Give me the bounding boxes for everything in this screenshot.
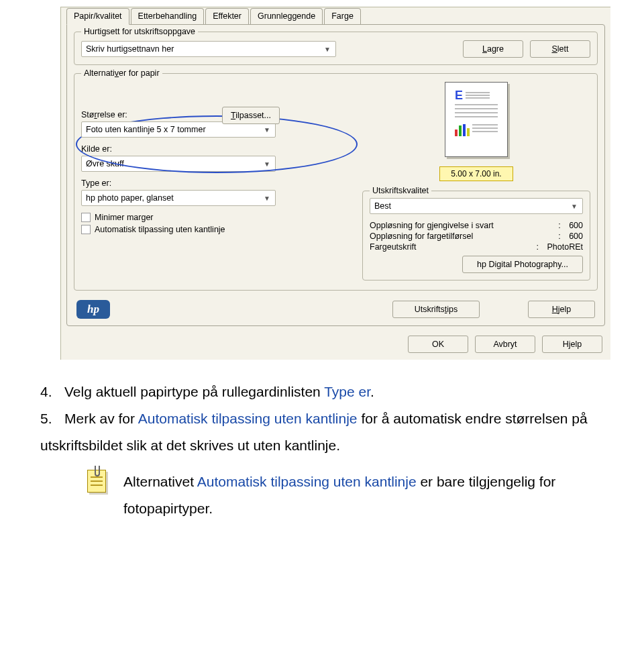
minimize-margins-checkbox[interactable]: Minimer marger — [81, 213, 350, 222]
tab-paper-quality[interactable]: Papir/kvalitet — [66, 8, 129, 25]
chevron-down-icon: ▼ — [262, 126, 272, 134]
print-properties-dialog: Papir/kvalitet Etterbehandling Effekter … — [60, 7, 610, 360]
instruction-text: 4.Velg aktuell papirtype på rullegardinl… — [40, 378, 624, 521]
chevron-down-icon: ▼ — [262, 160, 272, 168]
tab-panel-paper-quality: Hurtigsett for utskriftsoppgave Skriv hu… — [66, 24, 605, 326]
source-value: Øvre skuff — [86, 159, 262, 168]
digital-photography-button[interactable]: hp Digital Photography... — [462, 256, 583, 273]
step-5: 5.Merk av for Automatisk tilpassing uten… — [40, 405, 624, 459]
paper-options-group: Alternativer for papir Størrelse er: Fot… — [74, 73, 598, 291]
auto-fit-note-link: Automatisk tilpassing uten kantlinje — [197, 474, 417, 489]
preview-chart-icon — [455, 123, 470, 136]
ok-button[interactable]: OK — [408, 336, 468, 353]
quickset-value: Skriv hurtigsettnavn her — [86, 44, 322, 54]
size-value: Foto uten kantlinje 5 x 7 tommer — [86, 125, 262, 134]
note-text: Alternativet Automatisk tilpassing uten … — [123, 468, 624, 522]
quality-combo[interactable]: Best ▼ — [370, 198, 583, 214]
type-er-link: Type er — [324, 384, 370, 399]
help-button[interactable]: Hjelp — [528, 301, 595, 318]
quickset-legend: Hurtigsett for utskriftsoppgave — [81, 27, 198, 36]
hp-logo-icon: hp — [76, 300, 110, 319]
size-label: Størrelse er: — [81, 110, 350, 119]
tab-effects[interactable]: Effekter — [205, 8, 249, 25]
print-quality-legend: Utskriftskvalitet — [370, 186, 431, 195]
page-preview: E — [433, 82, 520, 181]
dialog-help-button[interactable]: Hjelp — [542, 336, 602, 353]
save-button[interactable]: Lagre — [463, 40, 523, 58]
chevron-down-icon: ▼ — [262, 195, 272, 202]
source-combo[interactable]: Øvre skuff ▼ — [81, 156, 276, 172]
auto-fit-link: Automatisk tilpassing uten kantlinje — [138, 411, 358, 426]
black-resolution-row: Oppløsning for gjengivelse i svart:600 — [370, 221, 583, 230]
type-value: hp photo paper, glanset — [86, 193, 262, 203]
dialog-buttons: OK Avbryt Hjelp — [61, 332, 610, 360]
quality-value: Best — [374, 201, 569, 211]
delete-button[interactable]: Slett — [530, 40, 590, 58]
note: Alternativet Automatisk tilpassing uten … — [85, 468, 624, 522]
checkbox-icon — [81, 213, 91, 222]
print-tips-button[interactable]: Utskriftstips — [392, 301, 480, 318]
chevron-down-icon: ▼ — [569, 203, 580, 210]
checkbox-icon — [81, 225, 91, 234]
print-quality-group: Utskriftskvalitet Best ▼ Oppløsning for … — [362, 191, 590, 281]
custom-size-button[interactable]: Tilpasset... — [222, 107, 280, 124]
color-resolution-row: Oppløsning for fargetilførsel:600 — [370, 232, 583, 241]
tab-strip: Papir/kvalitet Etterbehandling Effekter … — [61, 7, 610, 24]
step-4: 4.Velg aktuell papirtype på rullegardinl… — [40, 378, 624, 405]
tab-basic[interactable]: Grunnleggende — [250, 8, 323, 25]
cancel-button[interactable]: Avbryt — [475, 336, 535, 353]
tab-color[interactable]: Farge — [324, 8, 361, 25]
type-label: Type er: — [81, 179, 350, 188]
color-print-row: Fargeutskrift:PhotoREt — [370, 242, 583, 252]
preview-size-badge: 5.00 x 7.00 in. — [439, 166, 513, 181]
quickset-combo[interactable]: Skriv hurtigsettnavn her ▼ — [81, 41, 336, 57]
auto-fit-borderless-checkbox[interactable]: Automatisk tilpassing uten kantlinje — [81, 225, 350, 234]
note-icon — [85, 468, 110, 497]
auto-fit-label: Automatisk tilpassing uten kantlinje — [95, 225, 225, 234]
minimize-margins-label: Minimer marger — [95, 213, 154, 222]
preview-logo-icon: E — [455, 89, 498, 101]
chevron-down-icon: ▼ — [322, 46, 333, 53]
paper-options-legend: Alternativer for papir — [81, 68, 162, 78]
source-label: Kilde er: — [81, 144, 350, 154]
tab-finishing[interactable]: Etterbehandling — [131, 8, 205, 25]
type-combo[interactable]: hp photo paper, glanset ▼ — [81, 190, 276, 206]
quickset-group: Hurtigsett for utskriftsoppgave Skriv hu… — [74, 32, 598, 65]
